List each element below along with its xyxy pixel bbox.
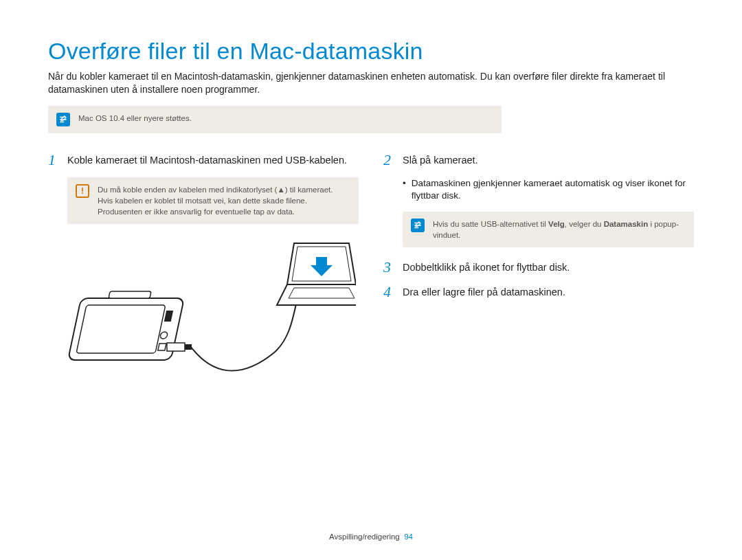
- svg-marker-13: [289, 288, 355, 298]
- top-note-box: Mac OS 10.4 eller nyere støttes.: [48, 106, 502, 133]
- info-box: Hvis du satte USB-alternativet til Velg,…: [403, 212, 694, 247]
- page-footer: Avspilling/redigering 94: [0, 533, 742, 541]
- step-4: 4 Dra eller lagre filer på datamaskinen.: [383, 284, 694, 300]
- right-column: 2 Slå på kameraet. • Datamaskinen gjenkj…: [383, 153, 694, 388]
- warn-pre: Du må koble enden av kabelen med indikat…: [98, 186, 277, 194]
- step-3: 3 Dobbeltklikk på ikonet for flyttbar di…: [383, 260, 694, 275]
- top-note-text: Mac OS 10.4 eller nyere støttes.: [78, 113, 192, 124]
- two-column-layout: 1 Koble kameraet til Macintosh-datamaski…: [48, 153, 694, 388]
- bullet-text: Datamaskinen gjenkjenner kameraet automa…: [412, 177, 694, 202]
- info-bold-1: Velg: [548, 220, 565, 228]
- note-icon: [411, 219, 425, 232]
- triangle-up-icon: ▲: [277, 184, 284, 195]
- step-text: Koble kameraet til Macintosh-datamaskine…: [67, 153, 347, 168]
- warning-icon: !: [76, 184, 89, 198]
- step-1: 1 Koble kameraet til Macintosh-datamaski…: [48, 153, 359, 168]
- footer-page-number: 94: [404, 533, 413, 541]
- step-text: Slå på kameraet.: [403, 153, 478, 168]
- camera-to-laptop-diagram: [67, 236, 359, 388]
- info-pre: Hvis du satte USB-alternativet til: [433, 220, 548, 228]
- footer-section: Avspilling/redigering: [329, 533, 400, 541]
- svg-rect-1: [76, 305, 166, 353]
- page-title: Overføre filer til en Mac-datamaskin: [48, 38, 694, 65]
- info-bold-2: Datamaskin: [604, 220, 649, 228]
- left-column: 1 Koble kameraet til Macintosh-datamaski…: [48, 153, 359, 388]
- warning-text: Du må koble enden av kabelen med indikat…: [98, 184, 350, 217]
- step-2-bullet: • Datamaskinen gjenkjenner kameraet auto…: [403, 177, 694, 202]
- note-icon: [56, 113, 70, 126]
- step-text: Dra eller lagre filer på datamaskinen.: [403, 284, 565, 300]
- step-number: 1: [48, 153, 60, 168]
- step-number: 3: [383, 260, 396, 275]
- svg-rect-5: [109, 291, 151, 298]
- step-text: Dobbeltklikk på ikonet for flyttbar disk…: [403, 260, 570, 275]
- step-number: 4: [383, 284, 396, 300]
- warning-box: ! Du må koble enden av kabelen med indik…: [67, 177, 359, 224]
- manual-page: Overføre filer til en Mac-datamaskin Når…: [0, 0, 742, 560]
- svg-rect-6: [167, 343, 185, 351]
- bullet-dot-icon: •: [403, 177, 406, 202]
- svg-rect-7: [185, 344, 192, 350]
- info-text: Hvis du satte USB-alternativet til Velg,…: [433, 219, 686, 240]
- step-number: 2: [383, 153, 396, 168]
- step-2: 2 Slå på kameraet.: [383, 153, 694, 168]
- intro-text: Når du kobler kameraet til en Macintosh-…: [48, 70, 694, 96]
- info-mid: , velger du: [565, 220, 604, 228]
